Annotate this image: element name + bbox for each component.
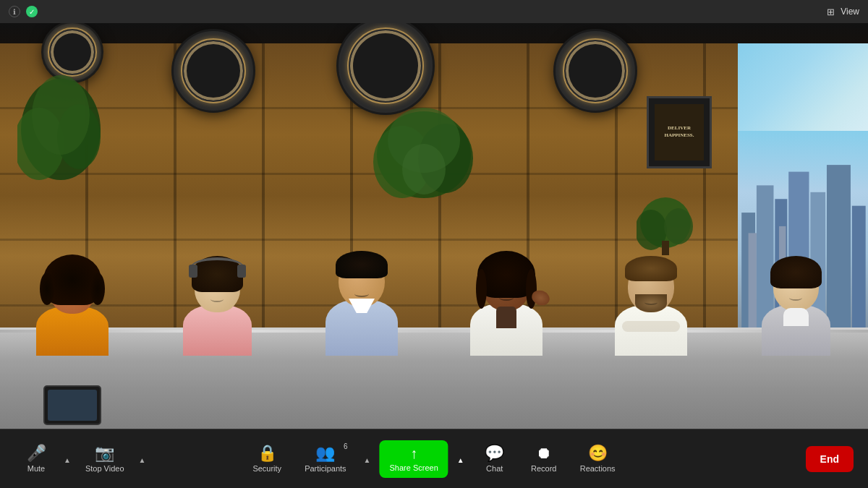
security-button[interactable]: 🔒 Security bbox=[244, 440, 290, 479]
record-label: Record bbox=[531, 464, 556, 473]
wall-art: DELIVER HAPPINESS. bbox=[647, 96, 712, 168]
video-arrow[interactable]: ▲ bbox=[136, 447, 149, 471]
microphone-icon: 🎤 bbox=[27, 445, 46, 461]
wall-art-inner: DELIVER HAPPINESS. bbox=[655, 104, 704, 160]
ceiling-light-3 bbox=[556, 31, 635, 111]
toolbar-center: 🔒 Security 6 👥 Participants ▲ ↑ Share Sc… bbox=[244, 440, 624, 479]
camera-icon: 📷 bbox=[95, 445, 114, 461]
ceiling-light-1 bbox=[174, 31, 253, 111]
chevron-up-icon: ▲ bbox=[64, 456, 71, 464]
share-screen-label: Share Screen bbox=[390, 463, 438, 472]
security-icon: 🔒 bbox=[258, 445, 277, 461]
record-icon: ⏺ bbox=[536, 445, 552, 461]
toolbar: 🎤 Mute ▲ 📷 Stop Video ▲ 🔒 Security 6 👥 P… bbox=[0, 429, 868, 488]
participants-count: 6 bbox=[344, 442, 348, 450]
wall-art-text: DELIVER HAPPINESS. bbox=[655, 125, 704, 140]
chat-icon: 💬 bbox=[485, 445, 504, 461]
mute-arrow[interactable]: ▲ bbox=[61, 447, 74, 471]
reactions-label: Reactions bbox=[580, 464, 616, 473]
tablet bbox=[43, 385, 101, 425]
record-button[interactable]: ⏺ Record bbox=[522, 440, 566, 479]
top-bar: ℹ ✓ ⊞ View bbox=[0, 0, 868, 23]
plant-center bbox=[373, 104, 475, 220]
toolbar-right: End bbox=[806, 446, 854, 472]
view-button[interactable]: ⊞ View bbox=[827, 7, 859, 17]
end-button[interactable]: End bbox=[806, 446, 854, 472]
shield-icon: ✓ bbox=[26, 6, 38, 17]
participants-icon: 👥 bbox=[315, 445, 335, 461]
chevron-up-icon-2: ▲ bbox=[139, 456, 146, 464]
room-background: DELIVER HAPPINESS. bbox=[0, 23, 868, 429]
top-bar-left: ℹ ✓ bbox=[9, 6, 38, 17]
reactions-icon: 😊 bbox=[588, 445, 608, 461]
share-screen-icon: ↑ bbox=[410, 446, 417, 461]
view-grid-icon: ⊞ bbox=[827, 7, 835, 17]
share-screen-button[interactable]: ↑ Share Screen bbox=[380, 440, 448, 478]
security-label: Security bbox=[252, 464, 281, 473]
stop-video-button[interactable]: 📷 Stop Video bbox=[77, 440, 133, 479]
mute-button[interactable]: 🎤 Mute bbox=[14, 440, 58, 479]
toolbar-left: 🎤 Mute ▲ 📷 Stop Video ▲ bbox=[14, 440, 148, 479]
svg-point-20 bbox=[664, 208, 693, 244]
chevron-up-icon-3: ▲ bbox=[364, 456, 371, 464]
participants-button[interactable]: 6 👥 Participants bbox=[296, 440, 354, 479]
chat-label: Chat bbox=[486, 464, 503, 473]
share-screen-arrow[interactable]: ▲ bbox=[454, 447, 467, 471]
video-area: DELIVER HAPPINESS. bbox=[0, 23, 868, 429]
participants-arrow[interactable]: ▲ bbox=[361, 447, 374, 471]
svg-point-12 bbox=[32, 75, 90, 155]
participants-label: Participants bbox=[305, 464, 346, 473]
chat-button[interactable]: 💬 Chat bbox=[473, 440, 516, 479]
svg-point-17 bbox=[402, 144, 446, 194]
conference-table bbox=[0, 328, 868, 429]
stop-video-label: Stop Video bbox=[85, 464, 124, 473]
info-icon[interactable]: ℹ bbox=[9, 6, 20, 17]
mute-label: Mute bbox=[27, 464, 45, 473]
reactions-button[interactable]: 😊 Reactions bbox=[571, 440, 624, 479]
plant-left bbox=[17, 72, 104, 216]
tablet-screen bbox=[48, 390, 97, 421]
chevron-up-icon-4: ▲ bbox=[457, 456, 464, 464]
